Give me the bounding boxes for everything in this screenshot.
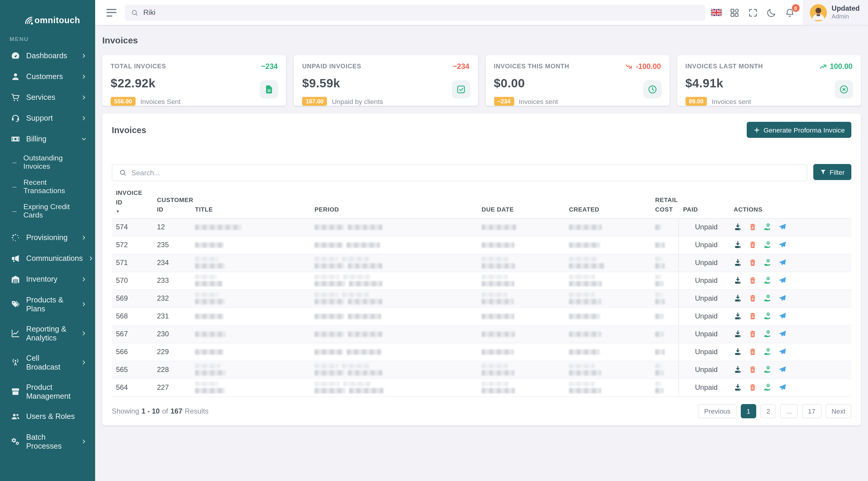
sidebar-item-product-management[interactable]: Product Management: [0, 377, 95, 406]
notifications-bell-icon[interactable]: 0: [785, 7, 796, 18]
delete-invoice-icon[interactable]: [748, 366, 757, 374]
delete-invoice-icon[interactable]: [748, 330, 757, 339]
delete-invoice-icon[interactable]: [748, 277, 757, 285]
delete-invoice-icon[interactable]: [748, 223, 757, 231]
receive-payment-icon[interactable]: $: [763, 330, 772, 339]
download-invoice-icon[interactable]: [734, 294, 742, 303]
stat-amount: $4.91k: [685, 76, 853, 90]
download-invoice-icon[interactable]: [734, 330, 742, 339]
download-invoice-icon[interactable]: [734, 348, 742, 356]
sidebar-subitem-expring-credit-cards[interactable]: –Expring Credit Cards: [0, 198, 95, 223]
page-button-next[interactable]: Next: [826, 404, 851, 418]
page-button-2[interactable]: 2: [761, 404, 776, 418]
receive-payment-icon[interactable]: $: [763, 366, 772, 374]
send-invoice-icon[interactable]: [778, 259, 786, 267]
download-invoice-icon[interactable]: [734, 277, 742, 285]
sidebar-item-provisioning[interactable]: Provisioning: [0, 227, 95, 248]
send-invoice-icon[interactable]: [778, 241, 786, 249]
table-search-input[interactable]: [131, 168, 800, 177]
download-invoice-icon[interactable]: [734, 223, 742, 231]
sidebar-item-dashboards[interactable]: Dashboards: [0, 45, 95, 66]
receive-payment-icon[interactable]: $: [763, 312, 772, 321]
redacted-block: [569, 349, 600, 355]
send-invoice-icon[interactable]: [778, 366, 786, 374]
download-invoice-icon[interactable]: [734, 384, 742, 392]
app-root: omnitouch MENU DashboardsCustomersServic…: [0, 0, 868, 481]
global-search: [125, 4, 705, 21]
sidebar-item-batch-processes[interactable]: Batch Processes: [0, 427, 95, 456]
redacted-block: [482, 388, 515, 394]
send-invoice-icon[interactable]: [778, 277, 786, 285]
global-search-input[interactable]: [143, 8, 699, 17]
stat-amount: $9.59k: [302, 76, 470, 90]
send-invoice-icon[interactable]: [778, 384, 786, 392]
redacted-text: [569, 257, 604, 269]
sidebar-item-inventory[interactable]: Inventory: [0, 268, 95, 289]
page-button-[interactable]: ...: [780, 404, 798, 418]
svg-text:$: $: [767, 313, 769, 316]
delete-invoice-icon[interactable]: [748, 312, 757, 321]
svg-text:$: $: [767, 366, 769, 369]
filter-button[interactable]: Filter: [813, 164, 851, 180]
receive-payment-icon[interactable]: $: [763, 223, 772, 231]
delete-invoice-icon[interactable]: [748, 241, 757, 249]
chevron-right-icon: [81, 53, 87, 59]
sidebar-item-products-plans[interactable]: Products & Plans: [0, 289, 95, 319]
fullscreen-icon[interactable]: [748, 7, 758, 18]
sidebar-item-support[interactable]: Support: [0, 107, 95, 128]
generate-proforma-invoice-button[interactable]: Generate Proforma Invoice: [747, 122, 851, 138]
column-header-invoice-id[interactable]: INVOICE ID▼: [112, 187, 152, 218]
sidebar-subitem-label: Recent Transactions: [24, 178, 87, 195]
sidebar-item-services[interactable]: Services: [0, 87, 95, 107]
download-invoice-icon[interactable]: [734, 366, 742, 374]
send-invoice-icon[interactable]: [778, 312, 786, 321]
sidebar-subitem-outstanding-invoices[interactable]: –Outstanding Invoices: [0, 150, 95, 174]
cell-retail-cost: [650, 379, 678, 396]
sidebar-item-label: Services: [26, 93, 55, 102]
download-invoice-icon[interactable]: [734, 312, 742, 321]
delete-invoice-icon[interactable]: [748, 348, 757, 356]
page-button-previous[interactable]: Previous: [698, 404, 737, 418]
main-area: 0 Updated Admin Invoice: [95, 0, 868, 481]
delete-invoice-icon[interactable]: [748, 384, 757, 392]
send-invoice-icon[interactable]: [778, 330, 786, 339]
redacted-text: [655, 349, 665, 355]
column-header-label: ACTIONS: [734, 205, 849, 215]
column-header-actions: ACTIONS: [729, 187, 851, 218]
redacted-block: [482, 225, 516, 230]
hamburger-menu-icon[interactable]: [106, 9, 117, 17]
receive-payment-icon[interactable]: $: [763, 294, 772, 303]
receive-payment-icon[interactable]: $: [763, 384, 772, 392]
language-flag-icon[interactable]: [711, 7, 722, 18]
sidebar-item-cell-broadcast[interactable]: Cell Broadcast: [0, 348, 95, 377]
logo[interactable]: omnitouch: [0, 0, 95, 29]
cell-created: [564, 344, 650, 361]
redacted-block: [655, 281, 663, 287]
sidebar-subitem-recent-transactions[interactable]: –Recent Transactions: [0, 174, 95, 198]
receive-payment-icon[interactable]: $: [763, 277, 772, 285]
stat-delta: 100.00: [819, 62, 852, 71]
apps-grid-icon[interactable]: [730, 7, 740, 18]
download-invoice-icon[interactable]: [734, 259, 742, 267]
receive-payment-icon[interactable]: $: [763, 348, 772, 356]
send-invoice-icon[interactable]: [778, 294, 786, 303]
page-button-17[interactable]: 17: [802, 404, 821, 418]
send-invoice-icon[interactable]: [778, 348, 786, 356]
page-button-1[interactable]: 1: [741, 404, 756, 418]
sidebar-item-customers[interactable]: Customers: [0, 66, 95, 87]
receive-payment-icon[interactable]: $: [763, 259, 772, 267]
delete-invoice-icon[interactable]: [748, 259, 757, 267]
stat-note: Invoices sent: [712, 98, 751, 105]
sidebar-item-communications[interactable]: Communications: [0, 248, 95, 268]
delete-invoice-icon[interactable]: [748, 294, 757, 303]
sidebar-item-reporting-analytics[interactable]: Reporting & Analytics: [0, 319, 95, 348]
download-invoice-icon[interactable]: [734, 241, 742, 249]
cell-created: [564, 219, 650, 236]
dark-mode-moon-icon[interactable]: [766, 7, 777, 18]
send-invoice-icon[interactable]: [778, 223, 786, 231]
user-menu[interactable]: Updated Admin: [803, 0, 868, 25]
receive-payment-icon[interactable]: $: [763, 241, 772, 249]
redacted-block: [482, 281, 514, 287]
sidebar-item-billing[interactable]: Billing: [0, 128, 95, 149]
sidebar-item-users-roles[interactable]: Users & Roles: [0, 406, 95, 427]
